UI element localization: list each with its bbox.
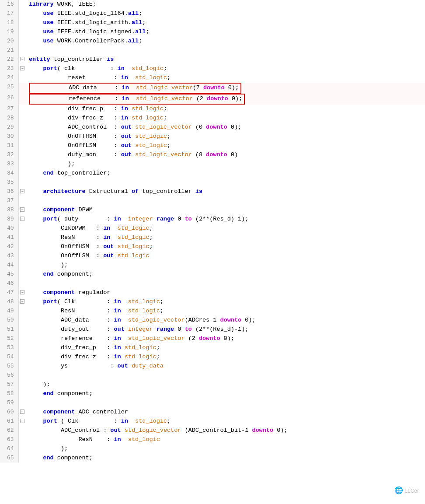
- code-content: [26, 399, 425, 408]
- fold-indicator[interactable]: −: [18, 64, 26, 74]
- fold-indicator[interactable]: −: [18, 408, 26, 417]
- fold-indicator: [18, 343, 26, 353]
- code-content: OnOffHSM : out std_logic;: [26, 242, 425, 252]
- line-number: 44: [0, 261, 18, 270]
- code-content: port( clk : in std_logic;: [26, 64, 425, 74]
- code-content: end component;: [26, 389, 425, 399]
- fold-indicator: [18, 252, 26, 261]
- fold-indicator: [18, 169, 26, 178]
- fold-indicator: [18, 270, 26, 279]
- table-row: 42 OnOffHSM : out std_logic;: [0, 242, 425, 252]
- line-number: 50: [0, 316, 18, 325]
- table-row: 28 div_frec_z : in std_logic;: [0, 114, 425, 123]
- table-row: 47− component regulador: [0, 288, 425, 298]
- line-number: 47: [0, 288, 18, 298]
- code-content: div_frec_p : in std_logic;: [26, 105, 425, 114]
- fold-indicator: [18, 132, 26, 141]
- code-content: );: [26, 380, 425, 389]
- collapse-icon[interactable]: −: [20, 419, 24, 423]
- line-number: 46: [0, 279, 18, 288]
- table-row: 23− port( clk : in std_logic;: [0, 64, 425, 74]
- line-number: 59: [0, 399, 18, 408]
- line-number: 35: [0, 178, 18, 187]
- code-content: library WORK, IEEE;: [26, 0, 425, 9]
- fold-indicator: [18, 114, 26, 123]
- fold-indicator[interactable]: −: [18, 288, 26, 298]
- fold-indicator: [18, 233, 26, 242]
- code-content: port( Clk : in std_logic;: [26, 298, 425, 307]
- table-row: 46: [0, 279, 425, 288]
- line-number: 32: [0, 150, 18, 160]
- collapse-icon[interactable]: −: [20, 290, 24, 294]
- code-content: component regulador: [26, 288, 425, 298]
- collapse-icon[interactable]: −: [20, 189, 24, 193]
- fold-indicator[interactable]: −: [18, 206, 26, 215]
- line-number: 23: [0, 64, 18, 74]
- table-row: 50 ADC_data : in std_logic_vector(ADCres…: [0, 316, 425, 325]
- table-row: 37: [0, 196, 425, 206]
- code-content: use IEEE.std_logic_arith.all;: [26, 18, 425, 28]
- table-row: 49 ResN : in std_logic;: [0, 307, 425, 316]
- collapse-icon[interactable]: −: [20, 410, 24, 414]
- table-row: 17 use IEEE.std_logic_1164.all;: [0, 9, 425, 18]
- code-content: [26, 196, 425, 206]
- line-number: 65: [0, 454, 18, 463]
- line-number: 17: [0, 9, 18, 18]
- fold-indicator[interactable]: −: [18, 215, 26, 224]
- fold-indicator[interactable]: −: [18, 298, 26, 307]
- fold-indicator: [18, 46, 26, 55]
- line-number: 57: [0, 380, 18, 389]
- code-content: div_frec_z : in std_logic;: [26, 114, 425, 123]
- table-row: 26 reference : in std_logic_vector (2 do…: [0, 94, 425, 105]
- table-row: 54 div_frec_z : in std_logic;: [0, 353, 425, 362]
- code-content: entity top_controller is: [26, 55, 425, 64]
- fold-indicator: [18, 307, 26, 316]
- collapse-icon[interactable]: −: [20, 217, 24, 221]
- code-content: architecture Estructural of top_controll…: [26, 187, 425, 196]
- table-row: 39− port( duty : in integer range 0 to (…: [0, 215, 425, 224]
- code-content: reference : in std_logic_vector (2 downt…: [26, 334, 425, 343]
- line-number: 40: [0, 224, 18, 233]
- code-content: end component;: [26, 270, 425, 279]
- table-row: 52 reference : in std_logic_vector (2 do…: [0, 334, 425, 343]
- table-row: 57 );: [0, 380, 425, 389]
- code-content: );: [26, 444, 425, 454]
- collapse-icon[interactable]: −: [20, 57, 24, 61]
- watermark-logo: 🌐 LLCer: [394, 485, 419, 496]
- fold-indicator[interactable]: −: [18, 187, 26, 196]
- line-number: 36: [0, 187, 18, 196]
- table-row: 65 end component;: [0, 454, 425, 463]
- collapse-icon[interactable]: −: [20, 207, 24, 212]
- line-number: 21: [0, 46, 18, 55]
- table-row: 25 ADC_data : in std_logic_vector(7 down…: [0, 83, 425, 94]
- line-number: 31: [0, 141, 18, 150]
- table-row: 30 OnOffHSM : out std_logic;: [0, 132, 425, 141]
- code-content: ResN : in std_logic;: [26, 233, 425, 242]
- line-number: 48: [0, 298, 18, 307]
- table-row: 31 OnOffLSM : out std_logic;: [0, 141, 425, 150]
- fold-indicator: [18, 83, 26, 94]
- table-row: 59: [0, 399, 425, 408]
- fold-indicator: [18, 0, 26, 9]
- fold-indicator[interactable]: −: [18, 55, 26, 64]
- collapse-icon[interactable]: −: [20, 66, 24, 70]
- collapse-icon[interactable]: −: [20, 299, 24, 304]
- table-row: 38− component DPWM: [0, 206, 425, 215]
- line-number: 29: [0, 123, 18, 132]
- line-number: 62: [0, 426, 18, 435]
- line-number: 54: [0, 353, 18, 362]
- code-content: );: [26, 160, 425, 169]
- code-content: OnOffLSM : out std_logic: [26, 252, 425, 261]
- line-number: 55: [0, 362, 18, 371]
- code-table: 16library WORK, IEEE;17 use IEEE.std_log…: [0, 0, 425, 463]
- fold-indicator: [18, 9, 26, 18]
- table-row: 64 );: [0, 444, 425, 454]
- code-content: ADC_data : in std_logic_vector(7 downto …: [26, 83, 425, 94]
- fold-indicator: [18, 279, 26, 288]
- fold-indicator[interactable]: −: [18, 417, 26, 426]
- code-content: [26, 178, 425, 187]
- fold-indicator: [18, 325, 26, 334]
- line-number: 53: [0, 343, 18, 353]
- code-content: duty_out : out integer range 0 to (2**(R…: [26, 325, 425, 334]
- table-row: 60− component ADC_controller: [0, 408, 425, 417]
